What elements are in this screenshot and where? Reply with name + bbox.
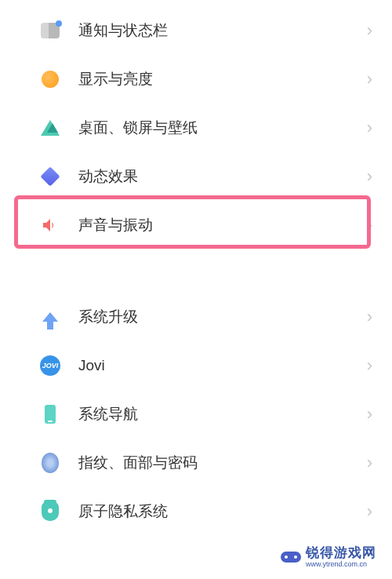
chevron-right-icon: › [367, 307, 372, 327]
sound-icon [39, 214, 61, 236]
display-icon [39, 68, 61, 90]
settings-item-navigation[interactable]: 系统导航 › [0, 390, 392, 439]
svg-rect-0 [281, 552, 301, 563]
animation-icon [39, 166, 61, 188]
settings-item-upgrade[interactable]: 系统升级 › [0, 293, 392, 341]
gamepad-icon [279, 548, 303, 566]
item-label: 系统导航 [78, 404, 367, 424]
item-label: 系统升级 [78, 307, 367, 327]
svg-point-1 [285, 555, 288, 559]
watermark-url: www.ytrend.com.cn [306, 561, 376, 568]
item-label: 通知与状态栏 [78, 20, 367, 41]
chevron-right-icon: › [367, 166, 372, 187]
item-label: 显示与亮度 [78, 69, 367, 89]
chevron-right-icon: › [367, 20, 372, 41]
chevron-right-icon: › [367, 355, 372, 376]
fingerprint-icon [39, 452, 61, 474]
jovi-icon: JOVI [39, 355, 61, 377]
chevron-right-icon: › [367, 404, 372, 424]
settings-item-fingerprint[interactable]: 指纹、面部与密码 › [0, 439, 392, 487]
upgrade-icon [39, 306, 61, 328]
navigation-icon [39, 403, 61, 425]
settings-list: 通知与状态栏 › 显示与亮度 › 桌面、锁屏与壁纸 › 动态效果 › 声音与振动… [0, 0, 392, 536]
chevron-right-icon: › [367, 501, 372, 522]
watermark: 锐得游戏网 www.ytrend.com.cn [279, 546, 376, 568]
item-label: 原子隐私系统 [78, 501, 367, 522]
settings-item-notification[interactable]: 通知与状态栏 › [0, 6, 392, 55]
chevron-right-icon: › [367, 453, 372, 473]
item-label: 桌面、锁屏与壁纸 [78, 118, 367, 138]
item-label: 动态效果 [78, 166, 367, 187]
settings-item-jovi[interactable]: JOVI Jovi › [0, 341, 392, 390]
settings-item-animation[interactable]: 动态效果 › [0, 152, 392, 201]
item-label: 指纹、面部与密码 [78, 453, 367, 473]
privacy-icon [39, 501, 61, 523]
notification-icon [39, 20, 61, 42]
settings-item-display[interactable]: 显示与亮度 › [0, 55, 392, 104]
section-divider [0, 249, 392, 293]
chevron-right-icon: › [367, 118, 372, 138]
svg-point-2 [294, 555, 297, 559]
chevron-right-icon: › [367, 215, 372, 235]
settings-item-wallpaper[interactable]: 桌面、锁屏与壁纸 › [0, 104, 392, 152]
settings-item-sound[interactable]: 声音与振动 › [0, 201, 392, 249]
item-label: Jovi [78, 357, 367, 374]
wallpaper-icon [39, 117, 61, 139]
settings-item-privacy[interactable]: 原子隐私系统 › [0, 487, 392, 536]
chevron-right-icon: › [367, 69, 372, 89]
item-label: 声音与振动 [78, 215, 367, 235]
watermark-title: 锐得游戏网 [306, 546, 376, 559]
